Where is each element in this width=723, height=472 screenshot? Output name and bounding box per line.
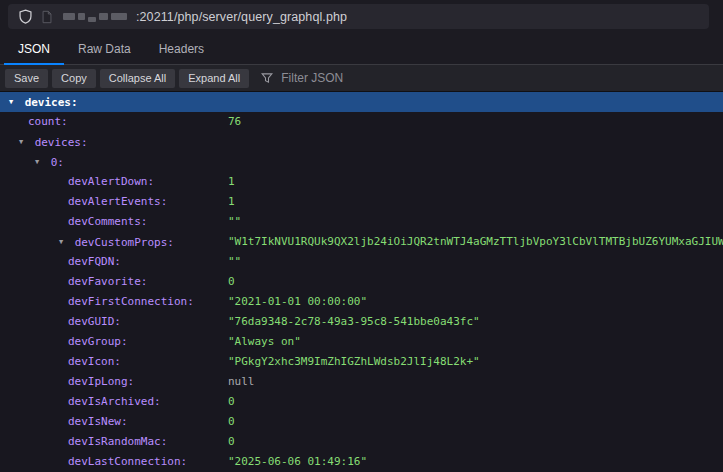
json-row-devGUID[interactable]: devGUID: "76da9348-2c78-49a3-95c8-541bbe… [0, 312, 723, 332]
json-key: devFirstConnection: [68, 295, 194, 308]
tab-headers[interactable]: Headers [145, 33, 218, 64]
json-value: "2021-01-01 00:00:00" [228, 292, 367, 312]
json-row-devLastConnection[interactable]: devLastConnection: "2025-06-06 01:49:16" [0, 452, 723, 472]
json-value: "2025-06-06 01:49:16" [228, 452, 367, 472]
tab-json[interactable]: JSON [4, 33, 64, 64]
json-value: "PGkgY2xhc3M9ImZhIGZhLWdsb2JlIj48L2k+" [228, 352, 480, 372]
url-text[interactable]: :20211/php/server/query_graphql.php [136, 10, 347, 24]
viewer-tab-bar: JSON Raw Data Headers [0, 33, 723, 65]
json-key: devIsRandomMac: [68, 435, 167, 448]
json-key: devGroup: [68, 335, 128, 348]
copy-button[interactable]: Copy [52, 69, 96, 88]
json-value: null [228, 372, 255, 392]
json-value: 1 [228, 172, 235, 192]
filter-icon [261, 72, 273, 84]
json-key: 0: [51, 156, 64, 169]
redacted-host [63, 13, 127, 20]
json-row-devCustomProps[interactable]: ▼ devCustomProps: "W1t7IkNVU1RQUk9QX2ljb… [0, 232, 723, 252]
expand-arrow-icon[interactable]: ▼ [54, 232, 68, 252]
json-key: devices: [25, 96, 78, 109]
json-value: "W1t7IkNVU1RQUk9QX2ljb24iOiJQR2tnWTJ4aGM… [228, 232, 723, 252]
json-key: count: [28, 115, 68, 128]
json-row-devices-array[interactable]: ▼ devices: [0, 132, 723, 152]
json-key: devices: [35, 136, 88, 149]
json-toolbar: Save Copy Collapse All Expand All [0, 65, 723, 92]
shield-icon[interactable] [18, 9, 33, 24]
json-value: 76 [228, 112, 241, 132]
json-row-devFirstConnection[interactable]: devFirstConnection: "2021-01-01 00:00:00… [0, 292, 723, 312]
json-value: 1 [228, 192, 235, 212]
json-row-devAlertEvents[interactable]: devAlertEvents: 1 [0, 192, 723, 212]
filter-json-input[interactable] [279, 70, 423, 86]
expand-all-button[interactable]: Expand All [179, 69, 249, 88]
json-key: devIsArchived: [68, 395, 161, 408]
json-key: devFQDN: [68, 255, 121, 268]
json-row-devFQDN[interactable]: devFQDN: "" [0, 252, 723, 272]
json-key: devIsNew: [68, 415, 128, 428]
json-row-devAlertDown[interactable]: devAlertDown: 1 [0, 172, 723, 192]
expand-arrow-icon[interactable]: ▼ [14, 132, 28, 152]
json-row-count[interactable]: count: 76 [0, 112, 723, 132]
json-key: devGUID: [68, 315, 121, 328]
json-key: devAlertEvents: [68, 195, 167, 208]
json-value: 0 [228, 392, 235, 412]
save-button[interactable]: Save [5, 69, 48, 88]
json-row-devIsRandomMac[interactable]: devIsRandomMac: 0 [0, 432, 723, 452]
json-row-index-0[interactable]: ▼ 0: [0, 152, 723, 172]
json-row-devIsArchived[interactable]: devIsArchived: 0 [0, 392, 723, 412]
json-key: devAlertDown: [68, 175, 154, 188]
json-value: "Always on" [228, 332, 301, 352]
expand-arrow-icon[interactable]: ▼ [4, 92, 18, 112]
json-row-devComments[interactable]: devComments: "" [0, 212, 723, 232]
json-key: devCustomProps: [75, 236, 174, 249]
json-row-devGroup[interactable]: devGroup: "Always on" [0, 332, 723, 352]
json-value: "" [228, 252, 241, 272]
json-key: devIcon: [68, 355, 121, 368]
json-value: 0 [228, 432, 235, 452]
json-row-devices-root[interactable]: ▼ devices: [0, 92, 723, 112]
url-bar[interactable]: :20211/php/server/query_graphql.php [8, 4, 709, 29]
browser-top-bar: :20211/php/server/query_graphql.php [0, 0, 723, 33]
json-tree: ▼ devices: count: 76 ▼ devices: ▼ 0: dev… [0, 92, 723, 472]
filter-box [261, 70, 423, 86]
json-row-devIsNew[interactable]: devIsNew: 0 [0, 412, 723, 432]
json-row-devIpLong[interactable]: devIpLong: null [0, 372, 723, 392]
json-key: devIpLong: [68, 375, 134, 388]
json-key: devFavorite: [68, 275, 147, 288]
json-value: "76da9348-2c78-49a3-95c8-541bbe0a43fc" [228, 312, 480, 332]
json-value: 0 [228, 272, 235, 292]
expand-arrow-icon[interactable]: ▼ [30, 152, 44, 172]
collapse-all-button[interactable]: Collapse All [100, 69, 175, 88]
json-row-devFavorite[interactable]: devFavorite: 0 [0, 272, 723, 292]
json-key: devLastConnection: [68, 455, 187, 468]
json-row-devIcon[interactable]: devIcon: "PGkgY2xhc3M9ImZhIGZhLWdsb2JlIj… [0, 352, 723, 372]
page-icon[interactable] [40, 10, 54, 24]
json-value: "" [228, 212, 241, 232]
tab-raw-data[interactable]: Raw Data [64, 33, 145, 64]
json-value: 0 [228, 412, 235, 432]
json-key: devComments: [68, 215, 147, 228]
